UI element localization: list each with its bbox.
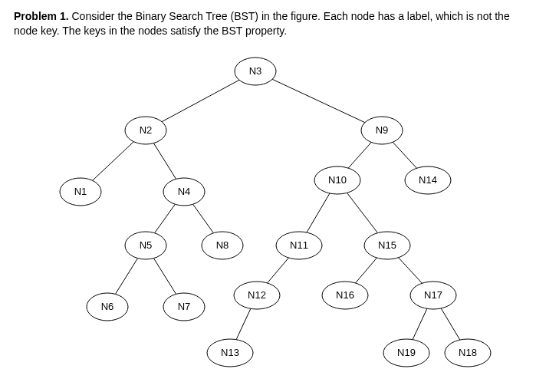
bst-diagram: N3N2N9N1N4N10N14N5N8N11N15N6N7N12N16N17N…: [0, 42, 536, 392]
node-label-N16: N16: [336, 289, 354, 301]
node-label-N11: N11: [290, 239, 308, 251]
node-label-N2: N2: [140, 124, 153, 136]
node-label-N13: N13: [221, 347, 239, 358]
node-N16: N16: [322, 282, 368, 309]
node-N13: N13: [207, 339, 253, 367]
node-label-N7: N7: [178, 301, 191, 312]
node-N11: N11: [276, 232, 322, 259]
node-N2: N2: [125, 117, 166, 144]
node-N1: N1: [60, 178, 101, 206]
node-label-N9: N9: [376, 124, 389, 136]
edge-N3-N2: [162, 80, 239, 121]
node-N17: N17: [410, 282, 456, 309]
node-label-N1: N1: [74, 186, 87, 197]
edge-N17-N18: [441, 308, 460, 340]
edge-N9-N10: [348, 143, 371, 169]
node-N4: N4: [163, 178, 205, 206]
node-label-N10: N10: [328, 174, 347, 186]
edge-N3-N9: [272, 79, 365, 122]
node-label-N3: N3: [249, 65, 262, 77]
edge-N12-N13: [236, 308, 251, 339]
node-label-N8: N8: [216, 239, 229, 251]
nodes-layer: N3N2N9N1N4N10N14N5N8N11N15N6N7N12N16N17N…: [60, 58, 491, 367]
node-N8: N8: [202, 232, 243, 259]
node-N18: N18: [445, 339, 491, 367]
node-N19: N19: [383, 339, 429, 367]
node-N9: N9: [361, 117, 403, 144]
node-N14: N14: [405, 166, 451, 194]
problem-body: Consider the Binary Search Tree (BST) in…: [14, 10, 510, 37]
edge-N15-N17: [399, 258, 423, 284]
node-label-N15: N15: [378, 239, 396, 251]
node-label-N17: N17: [424, 289, 442, 301]
node-label-N4: N4: [178, 186, 191, 197]
edge-N15-N16: [356, 258, 377, 283]
node-label-N12: N12: [248, 289, 266, 301]
edge-N5-N7: [153, 259, 176, 295]
node-N10: N10: [314, 166, 360, 194]
node-N3: N3: [235, 58, 276, 85]
node-N6: N6: [87, 293, 128, 321]
edge-N11-N12: [268, 258, 289, 283]
node-label-N6: N6: [101, 301, 114, 312]
edge-N2-N1: [93, 142, 134, 181]
node-N7: N7: [163, 293, 205, 321]
edge-N5-N6: [115, 259, 137, 295]
edge-N10-N11: [307, 193, 330, 232]
node-N12: N12: [234, 282, 280, 309]
edge-N17-N19: [413, 308, 427, 339]
edge-N4-N5: [155, 204, 176, 232]
edge-N9-N14: [393, 142, 416, 168]
edge-N10-N15: [347, 193, 378, 232]
node-N5: N5: [125, 232, 166, 259]
problem-heading: Problem 1.: [14, 10, 69, 22]
node-label-N18: N18: [459, 347, 477, 358]
node-label-N14: N14: [419, 174, 437, 186]
page-root: Problem 1. Consider the Binary Search Tr…: [0, 0, 536, 392]
problem-statement: Problem 1. Consider the Binary Search Tr…: [14, 9, 520, 38]
edge-N2-N4: [153, 143, 176, 180]
node-N15: N15: [364, 232, 410, 259]
node-label-N5: N5: [140, 239, 153, 251]
node-label-N19: N19: [397, 347, 416, 358]
edge-N4-N8: [193, 204, 214, 232]
